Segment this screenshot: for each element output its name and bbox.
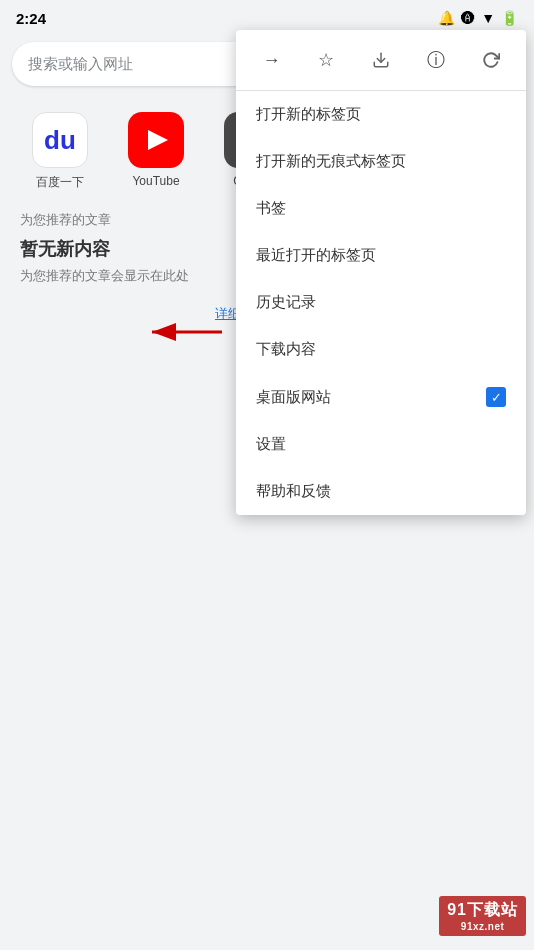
youtube-play-icon xyxy=(148,130,168,150)
watermark-top: 91下载站 xyxy=(447,900,518,921)
menu-desktop-site-text: 桌面版网站 xyxy=(256,388,486,407)
notification-icon: 🔔 xyxy=(438,10,455,26)
menu-desktop-site[interactable]: 桌面版网站 ✓ xyxy=(236,373,526,421)
shortcut-baidu-label: 百度一下 xyxy=(36,174,84,191)
refresh-action[interactable] xyxy=(471,40,511,80)
menu-new-tab-text: 打开新的标签页 xyxy=(256,105,506,124)
menu-recent-tabs-text: 最近打开的标签页 xyxy=(256,246,506,265)
bookmark-action[interactable]: ☆ xyxy=(306,40,346,80)
menu-new-tab[interactable]: 打开新的标签页 xyxy=(236,91,526,138)
menu-recent-tabs[interactable]: 最近打开的标签页 xyxy=(236,232,526,279)
wifi-icon: ▼ xyxy=(481,10,495,26)
baidu-icon-wrapper: du xyxy=(32,112,88,168)
menu-bookmarks[interactable]: 书签 xyxy=(236,185,526,232)
menu-settings-text: 设置 xyxy=(256,435,506,454)
desktop-site-checkbox[interactable]: ✓ xyxy=(486,387,506,407)
download-action[interactable] xyxy=(361,40,401,80)
status-icons: 🔔 🅐 ▼ 🔋 xyxy=(438,10,518,26)
menu-bookmarks-text: 书签 xyxy=(256,199,506,218)
forward-action[interactable]: → xyxy=(251,40,291,80)
menu-downloads-text: 下载内容 xyxy=(256,340,506,359)
dropdown-menu: → ☆ ⓘ 打开新的标签页 打开新的无痕式标签页 xyxy=(236,30,526,515)
baidu-logo: du xyxy=(44,125,76,156)
dropdown-action-bar: → ☆ ⓘ xyxy=(236,30,526,91)
menu-history-text: 历史记录 xyxy=(256,293,506,312)
battery-icon: 🔋 xyxy=(501,10,518,26)
info-action[interactable]: ⓘ xyxy=(416,40,456,80)
menu-downloads[interactable]: 下载内容 xyxy=(236,326,526,373)
menu-help[interactable]: 帮助和反馈 xyxy=(236,468,526,515)
menu-incognito-text: 打开新的无痕式标签页 xyxy=(256,152,506,171)
watermark-sub: 91xz.net xyxy=(447,921,518,932)
address-bar-placeholder: 搜索或输入网址 xyxy=(28,55,133,74)
status-time: 2:24 xyxy=(16,10,46,27)
shortcut-youtube-label: YouTube xyxy=(132,174,179,188)
menu-settings[interactable]: 设置 xyxy=(236,421,526,468)
shortcut-youtube[interactable]: YouTube xyxy=(116,112,196,191)
menu-history[interactable]: 历史记录 xyxy=(236,279,526,326)
youtube-icon-wrapper xyxy=(128,112,184,168)
checkbox-check-icon: ✓ xyxy=(491,390,502,405)
shortcut-baidu[interactable]: du 百度一下 xyxy=(20,112,100,191)
watermark: 91下载站 91xz.net xyxy=(439,896,526,936)
menu-incognito[interactable]: 打开新的无痕式标签页 xyxy=(236,138,526,185)
shield-icon: 🅐 xyxy=(461,10,475,26)
menu-help-text: 帮助和反馈 xyxy=(256,482,506,501)
